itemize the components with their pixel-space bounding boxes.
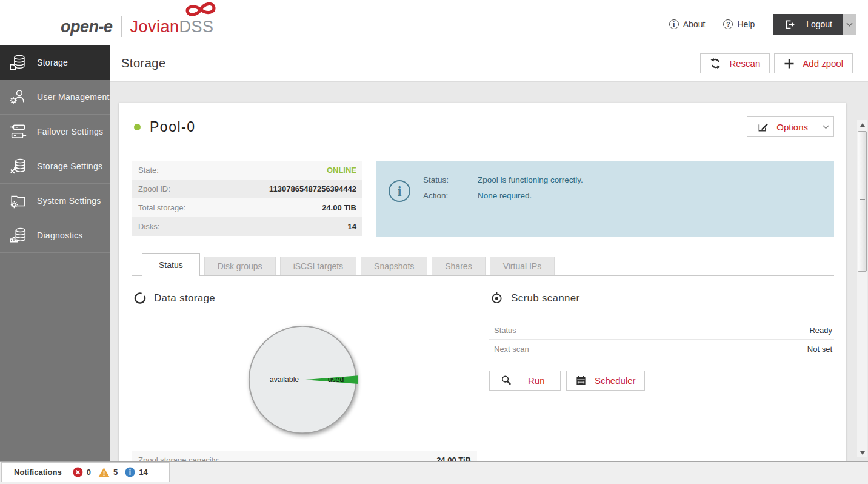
- options-label: Options: [776, 122, 808, 132]
- detail-label: Disks:: [138, 222, 159, 231]
- tab-virtual-ips[interactable]: Virtual IPs: [490, 257, 555, 275]
- pool-header: Pool-0 Options: [132, 116, 834, 137]
- scheduler-button[interactable]: Scheduler: [566, 371, 645, 391]
- logout-button[interactable]: Logout: [773, 14, 843, 35]
- top-actions: About Help Logout: [669, 14, 856, 35]
- storage-settings-icon: [7, 156, 29, 176]
- table-row: Status Ready: [489, 321, 834, 340]
- sidebar-item-label: User Management: [37, 92, 110, 102]
- vertical-scrollbar[interactable]: [857, 120, 867, 457]
- infinity-logo-icon: [184, 0, 218, 18]
- sidebar-item-storage[interactable]: Storage: [0, 45, 110, 80]
- brand-open-e: open-e: [61, 18, 113, 36]
- detail-label: Total storage:: [138, 203, 185, 212]
- notifications-title: Notifications: [14, 468, 62, 477]
- data-storage-title: Data storage: [154, 292, 215, 304]
- table-row: Next scan Not set: [489, 340, 834, 358]
- info-badge-icon: [125, 467, 135, 477]
- divider: [132, 147, 834, 147]
- sidebar-item-system-settings[interactable]: System Settings: [0, 184, 110, 218]
- scrub-value: Not set: [807, 345, 832, 354]
- capacity-label: Zpool storage capacity:: [138, 455, 219, 461]
- logout-dropdown-button[interactable]: [843, 14, 856, 35]
- scrollbar-up-button[interactable]: [857, 120, 867, 129]
- chevron-down-icon: [846, 22, 853, 27]
- rescan-button[interactable]: Rescan: [700, 53, 770, 73]
- scheduler-label: Scheduler: [595, 375, 636, 386]
- run-button[interactable]: Run: [489, 371, 561, 391]
- triangle-down-icon: [860, 451, 865, 455]
- info-label: Status:: [423, 175, 478, 184]
- page-title: Storage: [121, 56, 166, 70]
- info-value: Zpool is functioning correctly.: [478, 175, 583, 184]
- product-name: JovianDSS: [130, 18, 214, 36]
- table-row: Disks: 14: [132, 217, 362, 236]
- pool-card: Pool-0 Options: [119, 103, 846, 461]
- top-bar: open-e JovianDSS About Help: [0, 0, 868, 45]
- bullseye-icon: [490, 292, 503, 304]
- notifications-panel[interactable]: Notifications 0 5 14: [1, 462, 170, 482]
- scrollbar-grip: [860, 199, 865, 204]
- info-value: None required.: [478, 191, 532, 200]
- logout-icon: [784, 19, 795, 30]
- tab-disk-groups[interactable]: Disk groups: [204, 257, 276, 275]
- info-label: Action:: [423, 191, 478, 200]
- tab-snapshots[interactable]: Snapshots: [361, 257, 427, 275]
- pool-tabs: Status Disk groups iSCSI targets Snapsho…: [132, 253, 834, 276]
- info-circle-icon: [389, 180, 410, 202]
- warning-icon: [98, 467, 110, 477]
- info-rows: Status: Zpool is functioning correctly. …: [423, 170, 583, 227]
- warning-count: 5: [113, 468, 118, 477]
- scrollbar-down-button[interactable]: [857, 448, 867, 457]
- question-circle-icon: [723, 19, 733, 29]
- sidebar: Storage User Management Failover Setting…: [0, 45, 110, 461]
- help-button[interactable]: Help: [723, 19, 755, 29]
- add-zpool-button[interactable]: Add zpool: [774, 53, 853, 73]
- options-dropdown-button[interactable]: [818, 117, 833, 136]
- sidebar-item-label: Storage Settings: [37, 161, 102, 171]
- tab-iscsi-targets[interactable]: iSCSI targets: [280, 257, 356, 275]
- about-label: About: [683, 19, 706, 29]
- edit-icon: [757, 121, 769, 133]
- scrollbar-thumb[interactable]: [858, 131, 867, 272]
- calendar-icon: [575, 375, 587, 386]
- plus-icon: [784, 58, 795, 69]
- help-label: Help: [737, 19, 755, 29]
- notifications-warnings: 5: [98, 467, 118, 477]
- logo: open-e JovianDSS: [61, 16, 214, 37]
- triangle-up-icon: [860, 123, 865, 127]
- sidebar-item-diagnostics[interactable]: Diagnostics: [0, 218, 110, 253]
- tab-shares[interactable]: Shares: [432, 257, 485, 275]
- capacity-value: 24.00 TiB: [436, 455, 471, 461]
- sidebar-item-label: Diagnostics: [37, 230, 83, 240]
- sidebar-item-label: System Settings: [37, 196, 101, 206]
- scrub-rows: Status Ready Next scan Not set: [489, 321, 834, 358]
- tab-status[interactable]: Status: [142, 253, 200, 276]
- chevron-down-icon: [823, 125, 829, 129]
- scrub-scanner-title: Scrub scanner: [511, 292, 580, 304]
- pool-name: Pool-0: [150, 119, 195, 135]
- error-icon: [73, 467, 83, 477]
- main-area: Storage Rescan: [110, 45, 868, 461]
- detail-value-disks: 14: [348, 222, 356, 231]
- sidebar-item-storage-settings[interactable]: Storage Settings: [0, 149, 110, 184]
- logout-label: Logout: [806, 19, 832, 29]
- data-storage-section: Data storage available used: [132, 291, 477, 461]
- rescan-icon: [710, 58, 721, 69]
- storage-pie-chart: available used: [132, 312, 477, 451]
- options-button[interactable]: Options: [747, 117, 818, 136]
- circle-refresh-icon: [133, 292, 146, 304]
- run-label: Run: [528, 375, 545, 386]
- sidebar-item-failover-settings[interactable]: Failover Settings: [0, 115, 110, 149]
- error-count: 0: [87, 468, 91, 477]
- user-management-icon: [7, 87, 29, 107]
- about-button[interactable]: About: [669, 19, 706, 29]
- logo-divider: [121, 16, 122, 37]
- status-columns: Data storage available used: [132, 291, 834, 461]
- scrub-label: Next scan: [494, 345, 529, 354]
- info-row: Action: None required.: [423, 191, 583, 200]
- sidebar-item-user-management[interactable]: User Management: [0, 80, 110, 115]
- scrub-scanner-section: Scrub scanner Status Ready Next scan Not…: [489, 291, 834, 461]
- pool-status-info-box: Status: Zpool is functioning correctly. …: [376, 161, 834, 237]
- scrub-label: Status: [494, 326, 516, 335]
